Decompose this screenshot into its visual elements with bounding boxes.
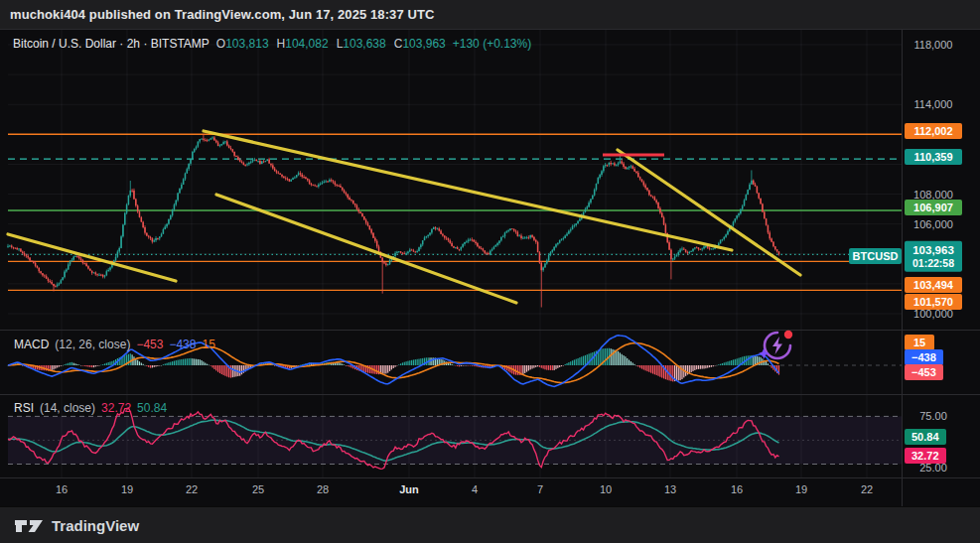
ohlc-item: O103,813 (216, 37, 269, 51)
publication-banner: muchoki404 published on TradingView.com,… (0, 0, 980, 30)
ohlc-item: L103,638 (337, 37, 386, 51)
ohlc-item: H104,082 (277, 37, 329, 51)
rsi-level-tick: 75.00 (905, 410, 962, 422)
time-tick: 4 (472, 483, 478, 495)
chart-area: Bitcoin / U.S. Dollar · 2h · BITSTAMP O1… (0, 30, 980, 506)
rsi-pane-label: RSI(14, close)32.7250.84 (14, 401, 179, 415)
change-value: +130 (+0.13%) (453, 37, 531, 51)
macd-current-values: −453−43815 (136, 338, 220, 351)
indicator-value: −438 (169, 338, 196, 351)
time-tick: 19 (121, 483, 133, 495)
time-tick: 22 (861, 483, 873, 495)
time-tick: 22 (186, 483, 198, 495)
rsi-title: RSI (14, 401, 34, 415)
price-level-badge: 103,494 (905, 277, 962, 293)
price-level-badge: 106,907 (905, 200, 962, 215)
time-tick: 16 (56, 483, 68, 495)
price-tick: 114,000 (905, 98, 962, 110)
price-tick: 106,000 (905, 218, 962, 230)
chart-canvas[interactable] (0, 30, 980, 506)
rsi-current-values: 32.7250.84 (101, 401, 173, 415)
publication-banner-text: muchoki404 published on TradingView.com,… (10, 7, 435, 22)
rsi-value-badge: 32.72 (905, 448, 946, 464)
footer-bar: TradingView (0, 506, 980, 543)
macd-value-badge: 15 (905, 335, 934, 350)
indicator-value: −453 (136, 338, 163, 351)
time-tick: 19 (795, 483, 807, 495)
indicator-value: 15 (202, 338, 214, 351)
price-tick: 118,000 (905, 39, 962, 51)
tradingview-logo-icon[interactable] (14, 517, 44, 535)
ohlc-item: C103,963 (394, 37, 446, 51)
indicator-value: 50.84 (137, 401, 167, 415)
symbol-header: Bitcoin / U.S. Dollar · 2h · BITSTAMP O1… (13, 37, 531, 51)
reaction-flash-icon[interactable] (758, 328, 797, 363)
macd-title: MACD (14, 338, 49, 351)
rsi-value-badge: 50.84 (905, 429, 946, 445)
last-price-badge: 103,96301:22:58 (905, 241, 962, 272)
time-tick: Jun (399, 483, 419, 495)
price-level-badge: 110,359 (905, 149, 962, 165)
symbol-price-label: BTCUSD (849, 248, 902, 264)
macd-pane-label: MACD(12, 26, close)−453−43815 (14, 338, 227, 351)
time-tick: 10 (600, 483, 612, 495)
indicator-value: 32.72 (101, 401, 131, 415)
time-tick: 25 (252, 483, 264, 495)
price-level-badge: 112,002 (905, 123, 962, 139)
time-tick: 16 (731, 483, 743, 495)
macd-params: (12, 26, close) (55, 338, 130, 351)
time-tick: 7 (537, 483, 543, 495)
time-tick: 13 (664, 483, 676, 495)
symbol-title: Bitcoin / U.S. Dollar · 2h · BITSTAMP (13, 37, 210, 51)
tradingview-brand-text: TradingView (52, 517, 139, 534)
time-tick: 28 (317, 483, 329, 495)
price-level-badge: 101,570 (905, 294, 962, 310)
rsi-params: (14, close) (40, 401, 95, 415)
macd-value-badge: −438 (905, 349, 943, 365)
price-tick: 108,000 (905, 189, 962, 201)
tradingview-snapshot: muchoki404 published on TradingView.com,… (0, 0, 980, 543)
macd-value-badge: −453 (905, 364, 943, 380)
ohlc-values: O103,813H104,082L103,638C103,963 (216, 37, 446, 51)
